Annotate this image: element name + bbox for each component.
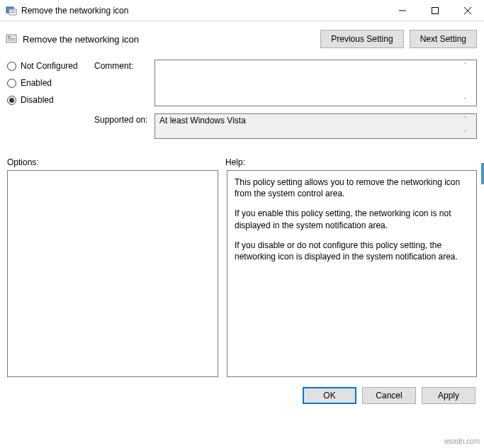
svg-rect-11 [8, 40, 15, 40]
chevron-up-icon: ˄ [463, 62, 475, 69]
scroll-accent [481, 163, 484, 184]
window-title: Remove the networking icon [21, 6, 386, 16]
scrollbar[interactable]: ˄ ˅ [463, 60, 475, 106]
help-text: If you enable this policy setting, the n… [235, 208, 469, 230]
dialog-footer: OK Cancel Apply [0, 377, 484, 411]
options-label: Options: [7, 157, 225, 167]
policy-icon [6, 33, 17, 45]
comment-label: Comment: [94, 60, 154, 106]
svg-rect-9 [8, 36, 11, 38]
radio-enabled[interactable]: Enabled [7, 78, 89, 88]
radio-label: Enabled [21, 78, 52, 88]
minimize-button[interactable] [386, 0, 419, 21]
supported-label: Supported on: [94, 113, 154, 139]
radio-label: Not Configured [21, 61, 78, 71]
app-icon [6, 5, 17, 16]
header-row: Remove the networking icon Previous Sett… [0, 21, 484, 54]
window-controls [386, 0, 484, 21]
apply-button[interactable]: Apply [422, 387, 475, 404]
radio-icon [7, 79, 16, 88]
radio-icon [7, 62, 16, 71]
chevron-up-icon: ˄ [463, 116, 475, 123]
previous-setting-button[interactable]: Previous Setting [320, 30, 403, 48]
chevron-down-icon: ˅ [463, 97, 475, 104]
help-text: This policy setting allows you to remove… [235, 177, 469, 199]
radio-group: Not Configured Enabled Disabled [7, 60, 89, 146]
svg-rect-10 [8, 38, 15, 39]
svg-rect-2 [11, 11, 15, 11]
scrollbar[interactable]: ˄ ˅ [463, 114, 475, 138]
comment-input[interactable]: ˄ ˅ [154, 60, 477, 106]
watermark: wsxdn.com [444, 437, 480, 445]
svg-rect-5 [432, 7, 439, 13]
next-setting-button[interactable]: Next Setting [410, 30, 477, 48]
options-panel[interactable] [7, 170, 218, 377]
help-label: Help: [225, 157, 245, 167]
radio-disabled[interactable]: Disabled [7, 95, 89, 105]
supported-value: At least Windows Vista [159, 116, 246, 125]
svg-rect-3 [11, 12, 15, 13]
help-panel: This policy setting allows you to remove… [227, 170, 477, 377]
maximize-button[interactable] [419, 0, 451, 21]
close-button[interactable] [451, 0, 484, 21]
radio-icon [7, 96, 16, 105]
supported-on-field: At least Windows Vista ˄ ˅ [154, 113, 477, 139]
radio-not-configured[interactable]: Not Configured [7, 61, 89, 71]
radio-label: Disabled [21, 95, 54, 105]
help-text: If you disable or do not configure this … [235, 240, 469, 262]
titlebar: Remove the networking icon [0, 0, 484, 21]
policy-title: Remove the networking icon [23, 34, 315, 45]
chevron-down-icon: ˅ [463, 130, 475, 137]
cancel-button[interactable]: Cancel [362, 387, 416, 404]
ok-button[interactable]: OK [303, 387, 356, 404]
